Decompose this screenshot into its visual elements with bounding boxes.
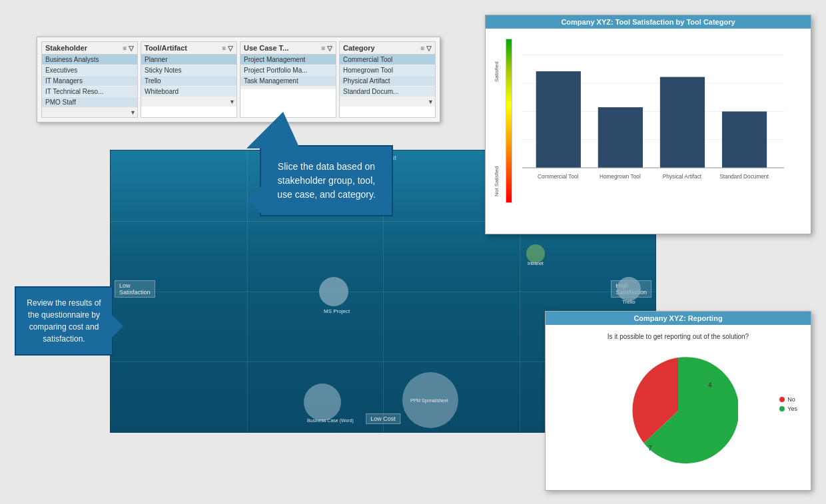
legend-label-no: No xyxy=(787,396,795,403)
y-axis-satisfied-label: Satisfied xyxy=(494,42,500,82)
filter-item[interactable]: PMO Staff xyxy=(42,97,137,108)
bar-chart-inner: Satisfied Not Satisfied Commercial Tool … xyxy=(486,29,811,230)
y-axis-not-satisfied-label: Not Satisfied xyxy=(494,143,500,196)
filter-panel: Stakeholder ≡ ▽ Business Analysts Execut… xyxy=(37,37,440,123)
filter-item[interactable]: Physical Artifact xyxy=(340,76,435,87)
filter-item[interactable]: Planner xyxy=(141,55,236,65)
pie-svg-wrap: 4 7 xyxy=(618,351,738,473)
filter-column-usecase: Use Case T... ≡ ▽ Project Management Pro… xyxy=(240,41,336,118)
callout-slice-box: Slice the data based on stakeholder grou… xyxy=(260,145,393,216)
pie-question: Is it possible to get reporting out of t… xyxy=(546,333,811,340)
legend-dot-no xyxy=(779,397,785,402)
bar-chart-svg: Commercial Tool Homegrown Tool Physical … xyxy=(522,34,784,203)
svg-text:7: 7 xyxy=(648,445,652,452)
filter-item[interactable]: IT Technical Reso... xyxy=(42,87,137,97)
filter-header-label: Stakeholder xyxy=(45,44,87,52)
filter-sort-icons[interactable]: ≡ ▽ xyxy=(222,45,233,52)
pie-inner: Is it possible to get reporting out of t… xyxy=(546,325,811,486)
callout-review-box: Review the results of the questionnaire … xyxy=(15,286,113,356)
svg-text:MS Project: MS Project xyxy=(324,308,350,314)
pie-chart-container: Company XYZ: Reporting Is it possible to… xyxy=(545,311,811,491)
svg-point-4 xyxy=(617,277,641,301)
filter-items-usecase: Project Management Project Portfolio Ma.… xyxy=(240,55,336,87)
filter-sort-icons[interactable]: ≡ ▽ xyxy=(123,45,134,52)
filter-item[interactable]: IT Managers xyxy=(42,76,137,87)
filter-items-category: Commercial Tool Homegrown Tool Physical … xyxy=(340,55,435,97)
filter-header-category: Category ≡ ▽ xyxy=(340,42,435,55)
filter-header-tool: Tool/Artifact ≡ ▽ xyxy=(141,42,236,55)
filter-header-label: Use Case T... xyxy=(244,44,288,52)
filter-scroll-stakeholder[interactable]: ▼ xyxy=(42,108,137,117)
scroll-down-arrow[interactable]: ▼ xyxy=(130,109,136,116)
callout-slice-text: Slice the data based on stakeholder grou… xyxy=(273,160,380,202)
svg-text:PPM Spreadsheet: PPM Spreadsheet xyxy=(410,398,448,403)
svg-rect-20 xyxy=(536,71,581,168)
pie-legend: No Yes xyxy=(779,396,797,415)
filter-header-stakeholder: Stakeholder ≡ ▽ xyxy=(42,42,137,55)
filter-item[interactable]: Executives xyxy=(42,65,137,76)
svg-text:Trello: Trello xyxy=(622,299,635,305)
svg-text:Business Case (Word): Business Case (Word) xyxy=(307,418,354,423)
filter-scroll-usecase xyxy=(240,87,336,89)
filter-item[interactable]: Trello xyxy=(141,76,236,87)
filter-sort-icons[interactable]: ≡ ▽ xyxy=(321,45,332,52)
color-gradient-bar xyxy=(506,39,512,203)
svg-text:4: 4 xyxy=(708,381,712,389)
svg-text:Commercial Tool: Commercial Tool xyxy=(538,173,579,180)
bar-chart-title: Company XYZ: Tool Satisfaction by Tool C… xyxy=(486,15,811,29)
svg-point-2 xyxy=(526,244,545,263)
svg-text:Homegrown Tool: Homegrown Tool xyxy=(600,173,641,180)
filter-header-label: Tool/Artifact xyxy=(145,44,187,52)
bar-chart-container: Company XYZ: Tool Satisfaction by Tool C… xyxy=(485,15,811,234)
scroll-down-arrow[interactable]: ▼ xyxy=(428,99,434,105)
filter-item[interactable]: Task Management xyxy=(240,76,336,87)
filter-item[interactable]: Project Portfolio Ma... xyxy=(240,65,336,76)
filter-item[interactable]: Standard Docum... xyxy=(340,87,435,97)
callout-triangle-top xyxy=(226,112,300,148)
svg-point-10 xyxy=(304,383,341,421)
svg-rect-23 xyxy=(722,111,767,168)
svg-text:Physical Artifact: Physical Artifact xyxy=(663,173,702,180)
svg-rect-21 xyxy=(598,107,643,168)
filter-header-label: Category xyxy=(343,44,375,52)
svg-text:Intranet: Intranet xyxy=(528,261,544,266)
filter-column-category: Category ≡ ▽ Commercial Tool Homegrown T… xyxy=(339,41,436,118)
callout-review-text: Review the results of the questionnaire … xyxy=(24,297,104,345)
svg-point-0 xyxy=(319,277,348,306)
legend-label-yes: Yes xyxy=(787,405,797,412)
filter-scroll-tool[interactable]: ▼ xyxy=(141,97,236,107)
filter-item[interactable]: Whiteboard xyxy=(141,87,236,97)
pie-svg: 4 7 xyxy=(618,351,738,471)
filter-header-usecase: Use Case T... ≡ ▽ xyxy=(240,42,336,55)
filter-item[interactable]: Homegrown Tool xyxy=(340,65,435,76)
filter-sort-icons[interactable]: ≡ ▽ xyxy=(420,45,432,52)
filter-scroll-category[interactable]: ▼ xyxy=(340,97,435,107)
svg-text:Standard Document: Standard Document xyxy=(719,173,769,180)
legend-item-no: No xyxy=(779,396,797,403)
filter-item[interactable]: Sticky Notes xyxy=(141,65,236,76)
pie-chart-title: Company XYZ: Reporting xyxy=(546,312,811,325)
filter-items-tool: Planner Sticky Notes Trello Whiteboard xyxy=(141,55,236,97)
filter-column-stakeholder: Stakeholder ≡ ▽ Business Analysts Execut… xyxy=(41,41,138,118)
filter-item[interactable]: Project Management xyxy=(240,55,336,65)
filter-item[interactable]: Business Analysts xyxy=(42,55,137,65)
legend-dot-yes xyxy=(779,406,785,411)
legend-item-yes: Yes xyxy=(779,405,797,412)
filter-item[interactable]: Commercial Tool xyxy=(340,55,435,65)
filter-column-tool: Tool/Artifact ≡ ▽ Planner Sticky Notes T… xyxy=(141,41,237,118)
svg-rect-22 xyxy=(660,77,705,168)
filter-items-stakeholder: Business Analysts Executives IT Managers… xyxy=(42,55,137,108)
scroll-down-arrow[interactable]: ▼ xyxy=(229,99,235,105)
